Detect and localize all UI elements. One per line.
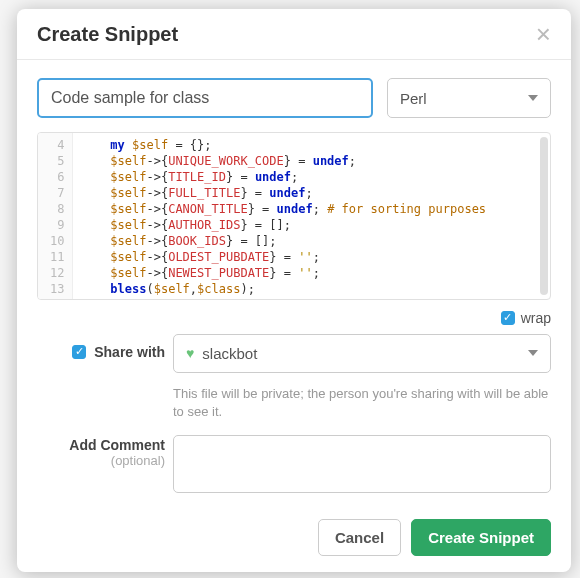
language-select[interactable]: Perl [387,78,551,118]
wrap-label: wrap [521,310,551,326]
code-editor[interactable]: 4567891011121314151617 my $self = {}; $s… [37,132,551,300]
line-gutter: 4567891011121314151617 [38,133,73,299]
share-target-select[interactable]: ♥ slackbot [173,334,551,373]
share-label: Share with [94,344,165,360]
chevron-down-icon [528,95,538,101]
code-content[interactable]: my $self = {}; $self->{UNIQUE_WORK_CODE}… [73,133,550,299]
create-snippet-modal: Create Snippet × Perl 456789101112131415… [17,9,571,572]
chevron-down-icon [528,350,538,356]
modal-footer: Cancel Create Snippet [17,507,571,572]
comment-optional: (optional) [37,453,165,468]
language-value: Perl [400,90,427,107]
share-helper-text: This file will be private; the person yo… [173,385,551,421]
create-snippet-button[interactable]: Create Snippet [411,519,551,556]
close-icon: × [536,19,551,49]
snippet-title-input[interactable] [37,78,373,118]
share-target-value: slackbot [202,345,257,362]
wrap-checkbox[interactable] [501,311,515,325]
close-button[interactable]: × [536,21,551,47]
comment-textarea[interactable] [173,435,551,493]
share-checkbox[interactable] [72,345,86,359]
modal-header: Create Snippet × [17,9,571,60]
modal-body: Perl 4567891011121314151617 my $self = {… [17,60,571,507]
scrollbar-vertical[interactable] [540,137,548,295]
cancel-button[interactable]: Cancel [318,519,401,556]
heart-icon: ♥ [186,345,194,361]
comment-label: Add Comment [37,437,165,453]
modal-title: Create Snippet [37,23,178,46]
